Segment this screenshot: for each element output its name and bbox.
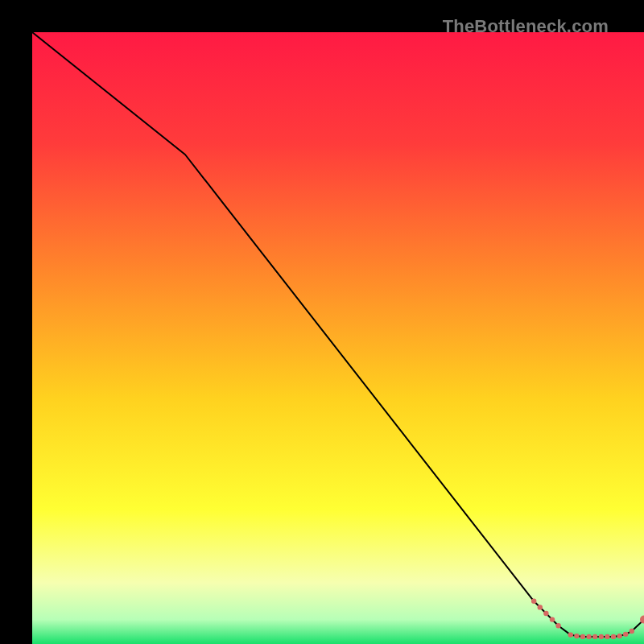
data-point <box>586 634 591 639</box>
data-point <box>543 611 548 616</box>
bottleneck-chart <box>32 32 644 644</box>
data-point <box>555 623 560 628</box>
data-point <box>538 605 543 609</box>
watermark-text: TheBottleneck.com <box>443 16 609 37</box>
data-point <box>568 632 573 637</box>
chart-frame: TheBottleneck.com <box>16 16 628 628</box>
data-point <box>580 634 585 639</box>
data-point <box>605 634 609 639</box>
data-point <box>592 634 597 639</box>
data-point <box>550 617 555 621</box>
data-point <box>630 629 634 634</box>
data-point <box>574 634 579 638</box>
gradient-background <box>32 32 644 644</box>
data-point <box>623 632 628 637</box>
data-point <box>599 634 604 639</box>
data-point <box>531 599 536 604</box>
data-point <box>617 634 621 638</box>
data-point <box>611 634 616 639</box>
